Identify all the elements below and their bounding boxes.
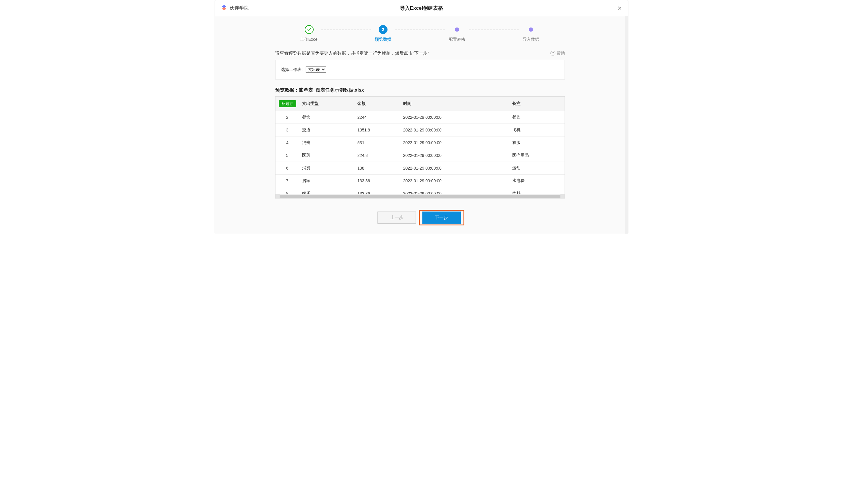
table-cell: 531 [354,137,400,149]
row-number: 7 [276,175,299,187]
table-cell: 2022-01-29 00:00:00 [400,111,509,124]
column-header: 金额 [354,96,400,111]
table-cell: 2022-01-29 00:00:00 [400,162,509,175]
dialog-header: 伙伴学院 导入Excel创建表格 ✕ [215,0,628,16]
table-cell: 飞机 [509,124,565,137]
scroll-track[interactable] [280,195,560,198]
step-dot-icon [529,28,533,32]
table-row[interactable]: 6消费1882022-01-29 00:00:00运动 [276,162,565,175]
table-cell: 2022-01-29 00:00:00 [400,175,509,187]
table-cell: 居家 [299,175,354,187]
table-cell: 餐饮 [299,111,354,124]
table-cell: 医药 [299,149,354,162]
step-preview: 2 预览数据 [371,25,395,42]
row-number: 2 [276,111,299,124]
table-row[interactable]: 3交通1351.82022-01-29 00:00:00飞机 [276,124,565,137]
sheet-selector-label: 选择工作表: [281,67,303,72]
scroll-left-icon[interactable] [276,194,280,199]
scroll-right-icon[interactable] [560,194,565,199]
step-divider [395,30,445,30]
preview-title: 预览数据：账单表_图表任务示例数据.xlsx [275,87,565,93]
sheet-selector-box: 选择工作表: 支出表 [275,60,565,79]
header-row-badge: 标题行 [279,100,296,107]
table-header-row[interactable]: 标题行 支出类型 金额 时间 备注 [276,96,565,111]
instruction-text: 请查看预览数据是否为要导入的数据，并指定哪一行为标题，然后点击"下一步" [275,51,429,56]
app-name: 伙伴学院 [230,5,249,11]
row-number: 6 [276,162,299,175]
step-label: 导入数据 [523,37,539,42]
table-cell: 消费 [299,137,354,149]
step-configure: 配置表格 [445,25,469,42]
table-cell: 饮料 [509,187,565,194]
header-badge-cell: 标题行 [276,96,299,111]
checkmark-icon [305,25,314,34]
table-row[interactable]: 4消费5312022-01-29 00:00:00衣服 [276,137,565,149]
step-label: 配置表格 [449,37,465,42]
step-divider [321,30,371,30]
row-number: 8 [276,187,299,194]
next-button-highlight: 下一步 [419,210,464,226]
step-label: 预览数据 [375,37,391,42]
preview-filename: 账单表_图表任务示例数据.xlsx [299,87,364,92]
step-dot-icon [455,28,459,32]
column-header: 支出类型 [299,96,354,111]
table-cell: 餐饮 [509,111,565,124]
close-icon[interactable]: ✕ [617,5,622,11]
step-label: 上传Excel [300,37,318,42]
table-cell: 2022-01-29 00:00:00 [400,137,509,149]
next-button[interactable]: 下一步 [422,212,461,223]
table-cell: 133.36 [354,175,400,187]
table-cell: 2244 [354,111,400,124]
table-cell: 医疗用品 [509,149,565,162]
table-cell: 衣服 [509,137,565,149]
table-cell: 消费 [299,162,354,175]
step-divider [469,30,519,30]
step-number-icon: 2 [379,25,387,34]
table-cell: 133.36 [354,187,400,194]
table-row[interactable]: 7居家133.362022-01-29 00:00:00水电费 [276,175,565,187]
preview-table-scroll[interactable]: 标题行 支出类型 金额 时间 备注 2餐饮22442022-01-29 00:0… [276,96,565,194]
table-row[interactable]: 5医药224.82022-01-29 00:00:00医疗用品 [276,149,565,162]
step-import: 导入数据 [519,25,543,42]
column-header: 备注 [509,96,565,111]
table-cell: 224.8 [354,149,400,162]
instruction-row: 请查看预览数据是否为要导入的数据，并指定哪一行为标题，然后点击"下一步" 帮助 [275,51,565,56]
preview-table-wrap: 标题行 支出类型 金额 时间 备注 2餐饮22442022-01-29 00:0… [275,96,565,199]
table-cell: 2022-01-29 00:00:00 [400,124,509,137]
table-cell: 188 [354,162,400,175]
help-link[interactable]: 帮助 [550,51,565,56]
table-cell: 1351.8 [354,124,400,137]
table-cell: 2022-01-29 00:00:00 [400,187,509,194]
table-row[interactable]: 8娱乐133.362022-01-29 00:00:00饮料 [276,187,565,194]
row-number: 5 [276,149,299,162]
dialog-body: 上传Excel 2 预览数据 配置表格 导入数据 [215,16,628,234]
table-cell: 2022-01-29 00:00:00 [400,149,509,162]
preview-title-prefix: 预览数据： [275,87,299,92]
row-number: 3 [276,124,299,137]
stepper: 上传Excel 2 预览数据 配置表格 导入数据 [275,25,565,42]
preview-table: 标题行 支出类型 金额 时间 备注 2餐饮22442022-01-29 00:0… [276,96,565,194]
app-logo: 伙伴学院 [221,4,249,12]
column-header: 时间 [400,96,509,111]
import-excel-dialog: 伙伴学院 导入Excel创建表格 ✕ 上传Excel 2 预览数据 [215,0,628,234]
dialog-title: 导入Excel创建表格 [400,5,443,12]
horizontal-scrollbar[interactable] [276,194,565,198]
table-row[interactable]: 2餐饮22442022-01-29 00:00:00餐饮 [276,111,565,124]
table-cell: 水电费 [509,175,565,187]
row-number: 4 [276,137,299,149]
table-cell: 运动 [509,162,565,175]
help-label: 帮助 [557,51,565,56]
app-logo-icon [221,4,227,12]
table-cell: 娱乐 [299,187,354,194]
button-row: 上一步 下一步 [275,210,565,226]
step-upload: 上传Excel [297,25,321,42]
table-cell: 交通 [299,124,354,137]
sheet-select[interactable]: 支出表 [305,67,326,73]
prev-button[interactable]: 上一步 [377,212,416,223]
